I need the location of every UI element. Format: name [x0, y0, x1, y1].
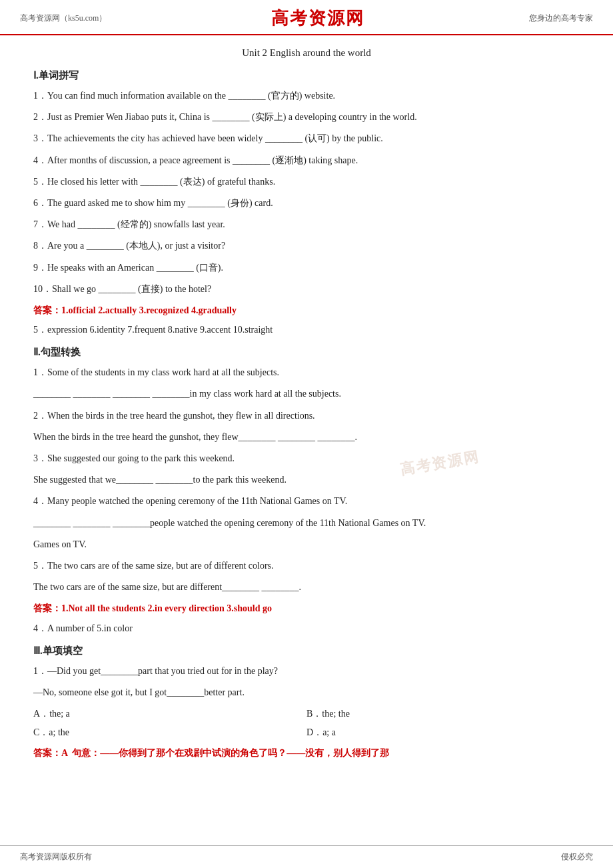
q1-6: 6．The guard asked me to show him my ____… — [33, 195, 580, 211]
header-right-text: 您身边的高考专家 — [529, 13, 593, 24]
choice-A: A．the; a — [33, 705, 306, 722]
page-header: 高考资源网（ks5u.com） 高考资源网 您身边的高考专家 — [0, 0, 613, 35]
choice-row-1: A．the; a B．the; the — [33, 705, 580, 722]
section1-answer-line2: 5．expression 6.identity 7.frequent 8.nat… — [33, 321, 580, 338]
choice-row-2: C．a; the D．a; a — [33, 724, 580, 741]
q1-7: 7．We had ________ (经常的) snowfalls last y… — [33, 216, 580, 233]
header-left-text: 高考资源网（ks5u.com） — [20, 13, 107, 24]
q1-4: 4．After months of discussion, a peace ag… — [33, 152, 580, 169]
q1-5: 5．He closed his letter with ________ (表达… — [33, 173, 580, 190]
q2-5-blank: The two cars are of the same size, but a… — [33, 579, 580, 595]
footer-right: 侵权必究 — [561, 851, 593, 863]
q2-4-blank: ________ ________ ________people watched… — [33, 515, 580, 531]
unit-title: Unit 2 English around the world — [33, 47, 580, 59]
q2-1-q: 1．Some of the students in my class work … — [33, 364, 580, 381]
section1-answer-label: 答案：1.official 2.actually 3.recognized 4.… — [33, 302, 580, 319]
choice-D: D．a; a — [306, 724, 580, 741]
q2-5-q: 5．The two cars are of the same size, but… — [33, 557, 580, 574]
q1-1: 1．You can find much information availabl… — [33, 87, 580, 104]
q2-4-continuation: Games on TV. — [33, 536, 580, 553]
page-footer: 高考资源网版权所有 侵权必究 — [0, 845, 613, 868]
section2-answer-line2: 4．A number of 5.in color — [33, 620, 580, 637]
q1-3: 3．The achievements the city has achieved… — [33, 130, 580, 147]
q1-10: 10．Shall we go ________ (直接) to the hote… — [33, 281, 580, 297]
q2-2-blank: When the birds in the tree heard the gun… — [33, 429, 580, 445]
section3-title: Ⅲ.单项填空 — [33, 645, 580, 657]
section2-title: Ⅱ.句型转换 — [33, 346, 580, 359]
footer-left: 高考资源网版权所有 — [20, 851, 92, 863]
q2-2-q: 2．When the birds in the tree heard the g… — [33, 407, 580, 424]
main-content: Unit 2 English around the world Ⅰ.单词拼写 1… — [0, 35, 613, 778]
site-logo-text: 高考资源网 — [271, 7, 364, 30]
section3-answer: 答案：A 句意：——你得到了那个在戏剧中试演的角色了吗？——没有，别人得到了那 — [33, 745, 580, 761]
choice-C: C．a; the — [33, 724, 306, 741]
q1-8: 8．Are you a ________ (本地人), or just a vi… — [33, 237, 580, 254]
q2-3-q: 3．She suggested our going to the park th… — [33, 450, 580, 467]
q1-9: 9．He speaks with an American ________ (口… — [33, 259, 580, 276]
q2-3-blank: She suggested that we________ ________to… — [33, 471, 580, 488]
section1-title: Ⅰ.单词拼写 — [33, 69, 580, 82]
q3-1-choices: A．the; a B．the; the C．a; the D．a; a — [33, 705, 580, 741]
q1-2: 2．Just as Premier Wen Jiabao puts it, Ch… — [33, 109, 580, 125]
q3-1-line1: 1．—Did you get________part that you trie… — [33, 663, 580, 679]
q2-1-blank: ________ ________ ________ ________in my… — [33, 385, 580, 402]
choice-B: B．the; the — [306, 705, 580, 722]
section2-answer-label: 答案：1.Not all the students 2.in every dir… — [33, 600, 580, 617]
q2-4-q: 4．Many people watched the opening ceremo… — [33, 493, 580, 509]
q3-1-line2: —No, someone else got it, but I got_____… — [33, 684, 580, 701]
